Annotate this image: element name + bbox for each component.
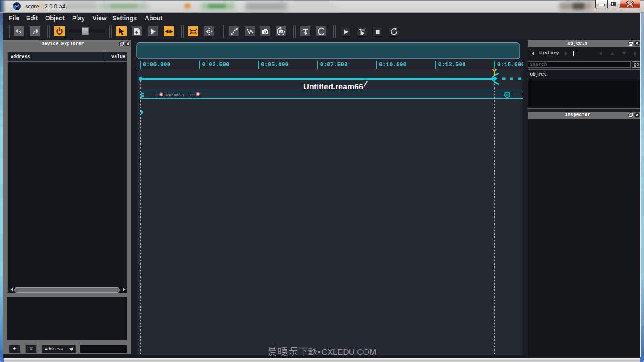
svg-text:CXLEDU.COM: CXLEDU.COM	[322, 347, 376, 357]
